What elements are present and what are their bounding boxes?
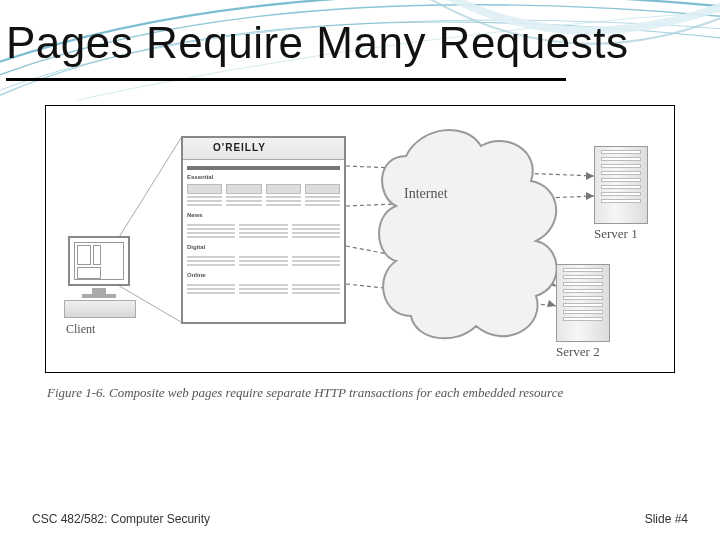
svg-marker-2 bbox=[586, 172, 594, 180]
cloud-label: Internet bbox=[404, 186, 448, 202]
cloud-icon bbox=[366, 116, 566, 356]
cpu-icon bbox=[64, 300, 136, 318]
server-2-icon bbox=[556, 264, 610, 342]
client-label: Client bbox=[66, 322, 95, 337]
server-1-label: Server 1 bbox=[594, 226, 638, 242]
server-1-icon bbox=[594, 146, 648, 224]
section-label: Digital bbox=[187, 244, 340, 250]
figure-caption: Figure 1-6. Composite web pages require … bbox=[47, 385, 563, 401]
title-underline bbox=[6, 78, 566, 81]
svg-line-0 bbox=[116, 138, 181, 242]
client-computer: Client bbox=[64, 236, 144, 336]
browser-logo: O'REILLY bbox=[213, 142, 266, 153]
slide-title: Pages Require Many Requests bbox=[6, 18, 629, 68]
section-label: Essential bbox=[187, 174, 340, 180]
browser-window: O'REILLY Essential News Digital bbox=[181, 136, 346, 324]
svg-marker-3 bbox=[586, 192, 594, 200]
section-label: News bbox=[187, 212, 340, 218]
footer-course: CSC 482/582: Computer Security bbox=[32, 512, 210, 526]
server-2-label: Server 2 bbox=[556, 344, 600, 360]
figure: Client O'REILLY Essential News bbox=[45, 105, 675, 435]
figure-border: Client O'REILLY Essential News bbox=[45, 105, 675, 373]
footer-slide-number: Slide #4 bbox=[645, 512, 688, 526]
section-label: Online bbox=[187, 272, 340, 278]
monitor-icon bbox=[68, 236, 130, 286]
